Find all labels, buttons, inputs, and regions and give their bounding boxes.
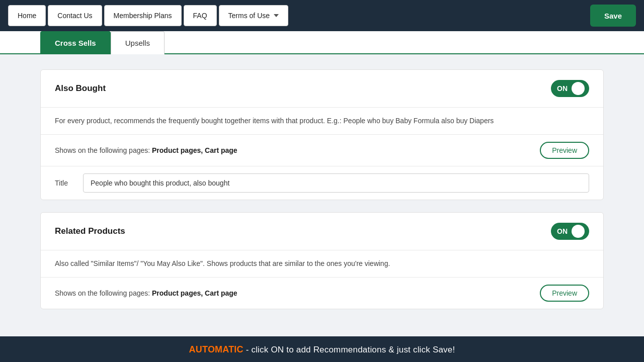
main-content: Also Bought ON For every product, recomm…: [0, 54, 644, 336]
also-bought-title-label: Title: [55, 179, 75, 187]
banner-highlight: AUTOMATIC: [189, 344, 244, 354]
nav-terms-of-use[interactable]: Terms of Use: [219, 5, 288, 26]
related-products-shows-on: Shows on the following pages: Product pa…: [55, 289, 237, 297]
related-products-pages-row: Shows on the following pages: Product pa…: [41, 278, 603, 309]
bottom-banner: AUTOMATIC - click ON to add Recommendati…: [0, 336, 644, 362]
related-products-toggle-label: ON: [557, 227, 568, 235]
also-bought-card: Also Bought ON For every product, recomm…: [40, 69, 604, 200]
nav-faq[interactable]: FAQ: [184, 5, 217, 26]
also-bought-title: Also Bought: [55, 83, 106, 94]
top-nav: Home Contact Us Membership Plans FAQ Ter…: [0, 0, 644, 31]
nav-contact-us[interactable]: Contact Us: [48, 5, 102, 26]
toggle-circle: [572, 82, 585, 95]
toggle-circle-2: [572, 225, 585, 238]
also-bought-description: For every product, recommends the freque…: [41, 108, 603, 135]
related-products-card: Related Products ON Also called "Similar…: [40, 212, 604, 309]
chevron-down-icon: [274, 14, 279, 17]
related-products-toggle[interactable]: ON: [551, 223, 589, 240]
also-bought-header: Also Bought ON: [41, 70, 603, 108]
related-products-description: Also called "Similar Items"/ "You May Al…: [41, 250, 603, 278]
also-bought-title-row: Title: [41, 166, 603, 200]
save-button[interactable]: Save: [590, 5, 636, 27]
also-bought-toggle-label: ON: [557, 84, 568, 93]
also-bought-pages-row: Shows on the following pages: Product pa…: [41, 135, 603, 166]
also-bought-preview-button[interactable]: Preview: [540, 142, 589, 159]
tabs-area: Cross Sells Upsells: [0, 31, 644, 54]
related-products-header: Related Products ON: [41, 213, 603, 250]
related-products-title: Related Products: [55, 226, 125, 236]
tab-cross-sells[interactable]: Cross Sells: [40, 31, 111, 54]
also-bought-title-input[interactable]: [83, 173, 589, 193]
nav-home[interactable]: Home: [8, 5, 46, 26]
also-bought-shows-on: Shows on the following pages: Product pa…: [55, 146, 237, 154]
also-bought-toggle[interactable]: ON: [551, 80, 589, 97]
related-products-preview-button[interactable]: Preview: [540, 285, 589, 302]
nav-membership-plans[interactable]: Membership Plans: [104, 5, 182, 26]
tab-upsells[interactable]: Upsells: [111, 31, 165, 54]
banner-rest: - click ON to add Recommendations & just…: [244, 345, 455, 354]
